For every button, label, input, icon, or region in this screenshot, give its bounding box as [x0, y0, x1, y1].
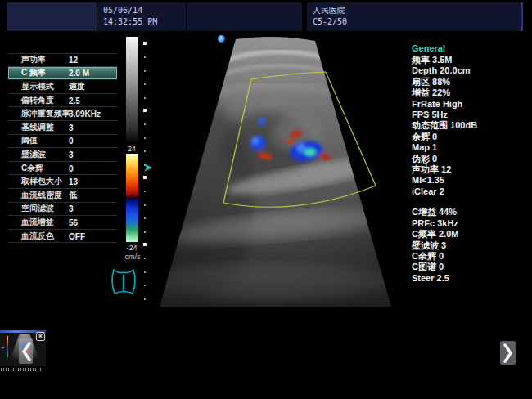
param-row-prf[interactable]: 脉冲重复频率 3.09KHz [8, 107, 117, 121]
param-row-c-frequency[interactable]: C 频率 2.0 M [8, 67, 117, 81]
param-row-c-persistence[interactable]: C余辉 0 [8, 162, 117, 176]
velocity-min-label: -24 [120, 244, 143, 252]
focus-marker-icon [218, 35, 225, 43]
readout-wall-filter: 壁滤波 3 [412, 240, 530, 251]
body-marker-icon[interactable] [107, 264, 140, 302]
param-row-threshold[interactable]: 阈值 0 [8, 135, 117, 149]
thumbnails-prev-button[interactable] [19, 338, 33, 364]
param-label: 偏转角度 [21, 95, 54, 106]
readout-acoustic-power: 声功率 12 [412, 164, 530, 175]
param-label: 空间滤波 [21, 203, 54, 214]
probe-model: C5-2/50 [313, 16, 521, 28]
velocity-max-label: 24 [122, 145, 142, 153]
readout-steer: Steer 2.5 [412, 273, 530, 284]
chevron-left-icon [21, 342, 31, 361]
close-icon[interactable]: × [36, 332, 45, 341]
param-label: 取样包大小 [21, 176, 62, 187]
status-box-empty [187, 2, 302, 31]
param-label: 声功率 [21, 54, 46, 65]
readout-fps: FPS 5Hz [412, 110, 530, 120]
ruler-major-ticks [143, 42, 147, 300]
status-box-hospital: 人民医院 C5-2/50 [307, 2, 523, 31]
param-row-color-gain[interactable]: 血流增益 56 [8, 216, 117, 230]
parameter-panel: 声功率 12 C 频率 2.0 M 显示模式 速度 偏转角度 2.5 脉冲重复频… [8, 53, 117, 243]
readout-depth: Depth 20.0cm [412, 65, 530, 76]
param-value: 0 [69, 137, 74, 146]
param-value: 3 [69, 150, 74, 159]
param-value: 0 [69, 164, 74, 173]
param-value: 2.5 [69, 96, 80, 105]
grayscale-bar [126, 37, 138, 141]
depth-ruler [142, 42, 147, 300]
param-row-acoustic-power[interactable]: 声功率 12 [8, 53, 117, 67]
param-label: 血流反色 [21, 231, 54, 242]
readout-mi: MI<1.35 [412, 175, 530, 186]
date-text: 05/06/14 [103, 5, 186, 16]
param-row-color-invert[interactable]: 血流反色 OFF [8, 230, 117, 244]
thumbnail-caption [1, 368, 45, 371]
ultrasound-screen: 05/06/14 14:32:55 PM 人民医院 C5-2/50 声功率 12… [0, 0, 532, 399]
param-value: 3 [69, 123, 74, 132]
param-value: 12 [69, 56, 78, 65]
readout-prfc: PRFc 3kHz [412, 218, 530, 229]
param-row-packet-size[interactable]: 取样包大小 13 [8, 175, 117, 189]
param-value: 低 [69, 190, 77, 201]
readout-gain: 增益 22% [412, 87, 530, 98]
readout-c-map: C图谱 0 [412, 262, 530, 272]
param-row-wall-filter[interactable]: 壁滤波 3 [8, 148, 117, 162]
param-label: C 频率 [21, 67, 46, 78]
param-label: 基线调整 [21, 122, 54, 133]
thumbnails-next-button[interactable] [500, 341, 516, 365]
param-row-display-mode[interactable]: 显示模式 速度 [8, 80, 117, 94]
status-box-datetime: 05/06/14 14:32:55 PM [97, 2, 186, 31]
param-row-steer-angle[interactable]: 偏转角度 2.5 [8, 94, 117, 108]
readout-persistence: 余辉 0 [412, 132, 530, 142]
readout-dynamic-range: 动态范围 100dB [412, 120, 530, 131]
param-label: 脉冲重复频率 [21, 108, 70, 119]
status-box-patient [7, 2, 97, 31]
param-row-spatial-filter[interactable]: 空间滤波 3 [8, 203, 117, 217]
readout-map: Map 1 [412, 142, 530, 153]
readout-frequency: 频率 3.5M [412, 55, 530, 65]
param-value: 速度 [69, 81, 85, 92]
readout-header: General [412, 43, 530, 54]
param-row-line-density[interactable]: 血流线密度 低 [8, 189, 117, 203]
param-label: C余辉 [21, 163, 43, 174]
velocity-unit-label: cm/s [120, 253, 145, 261]
ultrasound-image[interactable] [151, 37, 399, 307]
time-text: 14:32:55 PM [103, 16, 186, 28]
thumbnail-marker-icon: + [1, 345, 5, 352]
readout-chroma: 伪彩 0 [412, 154, 530, 164]
doppler-colorbar [126, 154, 138, 242]
thumbnail-colorbar [7, 336, 8, 357]
readout-c-frequency: C频率 2.0M [412, 229, 530, 240]
readout-c-gain: C增益 44% [412, 207, 530, 217]
readout-iclear: iClear 2 [412, 186, 530, 197]
readout-frame-rate: FrRate High [412, 99, 530, 110]
param-label: 显示模式 [21, 81, 54, 92]
param-value: OFF [69, 231, 85, 240]
readout-sector: 扇区 88% [412, 77, 530, 87]
param-label: 壁滤波 [21, 149, 46, 160]
param-value: 3.09KHz [69, 110, 101, 119]
param-label: 血流线密度 [21, 190, 62, 201]
hospital-name: 人民医院 [313, 5, 521, 16]
param-value: 13 [69, 177, 78, 186]
readout-c-persistence: C余辉 0 [412, 251, 530, 262]
param-label: 血流增益 [21, 217, 54, 228]
param-value: 56 [69, 217, 78, 226]
readout-panel: General 频率 3.5M Depth 20.0cm 扇区 88% 增益 2… [412, 43, 530, 284]
chevron-right-icon [503, 343, 513, 363]
param-row-baseline[interactable]: 基线调整 3 [8, 121, 117, 135]
param-value: 3 [69, 204, 74, 213]
param-value: 2.0 M [69, 69, 89, 78]
param-label: 阈值 [21, 135, 38, 146]
